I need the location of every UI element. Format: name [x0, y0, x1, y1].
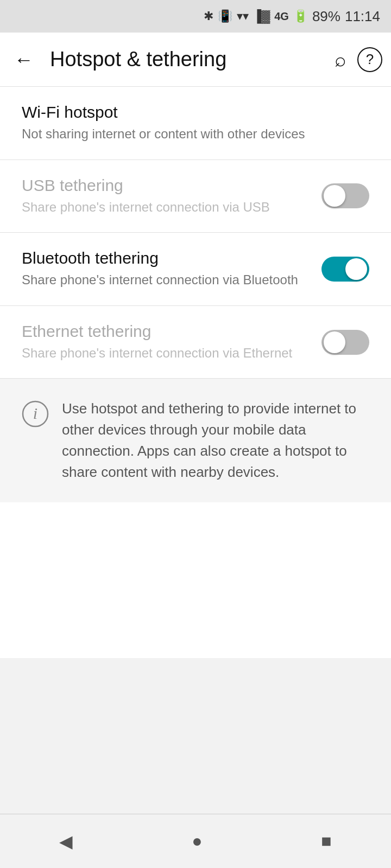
vibrate-icon: 📳 — [218, 9, 232, 23]
empty-area — [0, 658, 391, 814]
ethernet-tethering-subtitle: Share phone's internet connection via Et… — [22, 344, 311, 362]
usb-tethering-title: USB tethering — [22, 176, 311, 195]
ethernet-tethering-text: Ethernet tethering Share phone's interne… — [22, 322, 321, 362]
usb-tethering-item[interactable]: USB tethering Share phone's internet con… — [0, 160, 391, 233]
ethernet-tethering-toggle[interactable] — [321, 330, 369, 355]
ethernet-tethering-title: Ethernet tethering — [22, 322, 311, 341]
clock: 11:14 — [345, 8, 380, 25]
nav-back-button[interactable]: ◀ — [37, 826, 94, 857]
info-section: i Use hotspot and tethering to provide i… — [0, 379, 391, 502]
settings-content: Wi-Fi hotspot Not sharing internet or co… — [0, 87, 391, 658]
back-button[interactable]: ← — [9, 43, 39, 76]
info-text: Use hotspot and tethering to provide int… — [62, 398, 369, 483]
bluetooth-tethering-item[interactable]: Bluetooth tethering Share phone's intern… — [0, 233, 391, 305]
nav-home-button[interactable]: ● — [170, 826, 224, 857]
bluetooth-tethering-text: Bluetooth tethering Share phone's intern… — [22, 249, 321, 289]
battery-level: 89% — [312, 8, 340, 25]
page-title: Hotspot & tethering — [50, 48, 324, 71]
signal-icon: ▐▓ — [253, 9, 270, 23]
usb-tethering-toggle[interactable] — [321, 183, 369, 208]
svg-text:i: i — [33, 404, 37, 422]
status-bar: ✱ 📳 ▾▾ ▐▓ 4G 🔋 89% 11:14 — [0, 0, 391, 33]
wifi-hotspot-subtitle: Not sharing internet or content with oth… — [22, 125, 358, 143]
bluetooth-tethering-subtitle: Share phone's internet connection via Bl… — [22, 271, 311, 289]
status-icons: ✱ 📳 ▾▾ ▐▓ 4G 🔋 89% 11:14 — [204, 8, 380, 25]
bottom-nav: ◀ ● ■ — [0, 814, 391, 868]
app-bar: ← Hotspot & tethering ⌕ ? — [0, 33, 391, 87]
info-icon: i — [22, 400, 49, 427]
battery-icon: 🔋 — [293, 9, 308, 23]
wifi-hotspot-item[interactable]: Wi-Fi hotspot Not sharing internet or co… — [0, 87, 391, 159]
ethernet-tethering-item[interactable]: Ethernet tethering Share phone's interne… — [0, 306, 391, 379]
help-icon[interactable]: ? — [357, 47, 382, 72]
bluetooth-tethering-toggle[interactable] — [321, 257, 369, 282]
nav-recents-button[interactable]: ■ — [299, 826, 353, 857]
bluetooth-tethering-title: Bluetooth tethering — [22, 249, 311, 267]
usb-tethering-text: USB tethering Share phone's internet con… — [22, 176, 321, 216]
search-icon[interactable]: ⌕ — [335, 48, 346, 71]
usb-tethering-subtitle: Share phone's internet connection via US… — [22, 198, 311, 216]
wifi-icon: ▾▾ — [237, 9, 249, 23]
bluetooth-tethering-toggle-thumb — [345, 258, 367, 280]
ethernet-tethering-toggle-thumb — [324, 331, 345, 353]
wifi-hotspot-text: Wi-Fi hotspot Not sharing internet or co… — [22, 103, 369, 143]
usb-tethering-toggle-thumb — [324, 185, 345, 207]
bluetooth-icon: ✱ — [204, 9, 213, 23]
4g-icon: 4G — [274, 10, 289, 23]
wifi-hotspot-title: Wi-Fi hotspot — [22, 103, 358, 122]
app-bar-actions: ⌕ ? — [335, 47, 382, 72]
